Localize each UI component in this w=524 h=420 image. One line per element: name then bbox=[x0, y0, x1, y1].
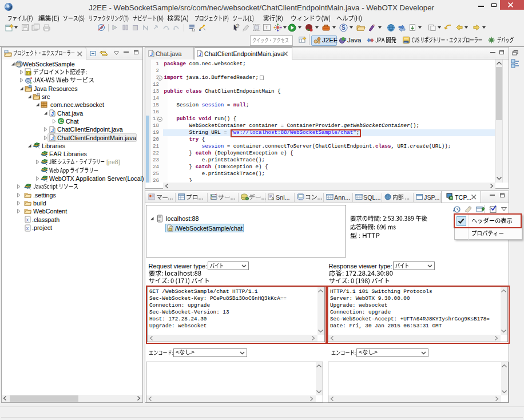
svg-text:T: T bbox=[265, 25, 269, 30]
svg-text:J: J bbox=[344, 37, 347, 42]
svg-text:J: J bbox=[199, 51, 201, 57]
svg-text:J: J bbox=[51, 111, 54, 117]
svg-text:C: C bbox=[59, 118, 63, 124]
svg-text:J: J bbox=[150, 51, 153, 57]
svg-text:J: J bbox=[51, 136, 54, 141]
svg-text:J: J bbox=[51, 127, 54, 133]
svg-text:cvs: cvs bbox=[404, 41, 407, 43]
svg-text:P: P bbox=[237, 24, 239, 27]
svg-text:x: x bbox=[26, 217, 29, 223]
svg-text:S: S bbox=[342, 25, 346, 31]
svg-text:x: x bbox=[26, 225, 29, 231]
svg-text:1.0: 1.0 bbox=[27, 72, 31, 75]
